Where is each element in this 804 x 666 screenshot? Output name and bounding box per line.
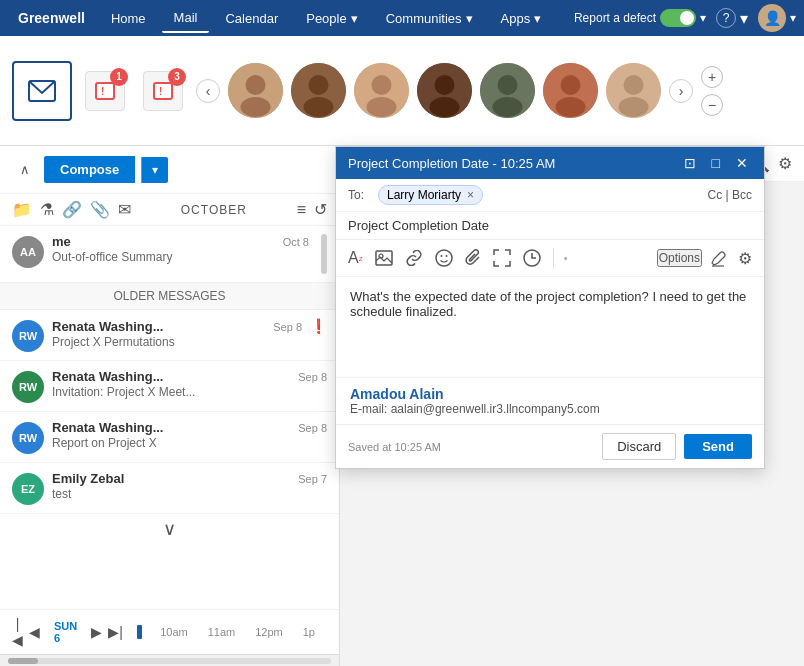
user-avatar[interactable]: 👤: [758, 4, 786, 32]
mail-subject: Project X Permutations: [52, 335, 175, 349]
link-icon[interactable]: 🔗: [62, 200, 82, 219]
person-avatar-3[interactable]: [354, 63, 409, 118]
nav-item-apps[interactable]: Apps ▾: [489, 5, 554, 32]
person-avatar-2[interactable]: [291, 63, 346, 118]
compose-restore-button[interactable]: □: [708, 155, 724, 171]
person-avatar-4[interactable]: [417, 63, 472, 118]
svg-point-13: [367, 97, 397, 117]
menu-icon[interactable]: ≡: [297, 201, 306, 219]
notification-badge-2[interactable]: ! 3: [138, 61, 188, 121]
cal-prev-button[interactable]: ◀: [29, 624, 40, 640]
notification-badge-1[interactable]: ! 1: [80, 61, 130, 121]
calendar-day-label: SUN 6: [46, 620, 85, 644]
settings-icon[interactable]: ⚙: [778, 154, 792, 173]
options-button[interactable]: Options: [657, 249, 702, 267]
badge-count-2: 3: [168, 68, 186, 86]
person-avatar-6[interactable]: [543, 63, 598, 118]
month-label: OCTOBER: [139, 203, 289, 217]
cal-last-button[interactable]: ▶|: [108, 624, 123, 640]
person-avatar-7[interactable]: [606, 63, 661, 118]
scroll-bar[interactable]: [321, 234, 327, 274]
folder-icon[interactable]: 📁: [12, 200, 32, 219]
compose-body[interactable]: What's the expected date of the project …: [336, 277, 764, 377]
svg-rect-3: [154, 83, 172, 99]
attach-file-button[interactable]: [461, 244, 485, 272]
mail-item[interactable]: AA me Oct 8 Out-of-office Summary: [0, 226, 339, 283]
mail-subject: Report on Project X: [52, 436, 157, 450]
discard-button[interactable]: Discard: [602, 433, 676, 460]
saved-status: Saved at 10:25 AM: [348, 441, 441, 453]
person-avatar-5[interactable]: [480, 63, 535, 118]
compose-header-buttons: ⊡ □ ✕: [680, 155, 752, 171]
folder-bar: 📁 ⚗ 🔗 📎 ✉ OCTOBER ≡ ↺: [0, 194, 339, 226]
mail-item[interactable]: EZ Emily Zebal Sep 7 test: [0, 463, 339, 514]
compose-settings-button[interactable]: ⚙: [734, 245, 756, 272]
compose-close-button[interactable]: ✕: [732, 155, 752, 171]
svg-point-12: [372, 75, 392, 95]
nav-item-home[interactable]: Home: [99, 5, 158, 32]
expand-button[interactable]: [489, 245, 515, 271]
people-bar: ! 1 ! 3 ‹: [0, 36, 804, 146]
compose-minimize-button[interactable]: ⊡: [680, 155, 700, 171]
signature-name: Amadou Alain: [350, 386, 750, 402]
top-navigation: Greenwell Home Mail Calendar People ▾ Co…: [0, 0, 804, 36]
help-button[interactable]: ? ▾: [710, 8, 754, 28]
refresh-icon[interactable]: ↺: [314, 200, 327, 219]
compose-body-text: What's the expected date of the project …: [350, 289, 746, 319]
nav-item-communities[interactable]: Communities ▾: [374, 5, 485, 32]
report-defect-link[interactable]: Report a defect: [574, 11, 656, 25]
recipient-name: Larry Moriarty: [387, 188, 461, 202]
mail-item[interactable]: RW Renata Washing... Sep 8 Invitation: P…: [0, 361, 339, 412]
filter-icon[interactable]: ⚗: [40, 200, 54, 219]
mail-inbox-button[interactable]: [12, 61, 72, 121]
cc-bcc-button[interactable]: Cc | Bcc: [708, 188, 752, 202]
nav-item-calendar[interactable]: Calendar: [213, 5, 290, 32]
svg-point-30: [445, 255, 447, 257]
time-10am: 10am: [160, 626, 188, 638]
compose-dropdown-button[interactable]: ▾: [141, 157, 168, 183]
compose-subject-field[interactable]: Project Completion Date: [336, 212, 764, 240]
nav-item-people[interactable]: People ▾: [294, 5, 369, 32]
mail-from: Renata Washing...: [52, 420, 163, 435]
insert-link-button[interactable]: [401, 246, 427, 270]
format-text-button[interactable]: Az: [344, 245, 367, 271]
send-button[interactable]: Send: [684, 434, 752, 459]
people-next-button[interactable]: ›: [669, 79, 693, 103]
compose-button[interactable]: Compose: [44, 156, 135, 183]
toggle-switch[interactable]: [660, 9, 696, 27]
nav-item-mail[interactable]: Mail: [162, 4, 210, 33]
svg-text:!: !: [101, 86, 104, 97]
calendar-bar: |◀ ◀ SUN 6 ▶ ▶| 10am 11am 12pm 1p: [0, 609, 339, 654]
mail-from: me: [52, 234, 71, 249]
toolbar-separator: [553, 248, 554, 268]
horizontal-scrollbar[interactable]: [0, 654, 339, 666]
avatar: RW: [12, 371, 44, 403]
attach-icon[interactable]: 📎: [90, 200, 110, 219]
svg-point-21: [561, 75, 581, 95]
recipient-remove-button[interactable]: ×: [467, 188, 474, 202]
compose-to-field: To: Larry Moriarty × Cc | Bcc: [336, 179, 764, 212]
remove-person-button[interactable]: −: [701, 94, 723, 116]
insert-image-button[interactable]: [371, 246, 397, 270]
people-prev-button[interactable]: ‹: [196, 79, 220, 103]
schedule-button[interactable]: [519, 245, 545, 271]
cal-first-button[interactable]: |◀: [12, 616, 23, 648]
signature-button[interactable]: [706, 245, 730, 271]
mail-item[interactable]: RW Renata Washing... Sep 8 ❗ Project X P…: [0, 310, 339, 361]
older-messages-label: OLDER MESSAGES: [0, 283, 339, 310]
brand-logo: Greenwell: [8, 10, 95, 26]
avatar-chevron[interactable]: ▾: [790, 11, 796, 25]
svg-point-29: [440, 255, 442, 257]
collapse-button[interactable]: ∧: [12, 157, 38, 183]
cal-next-button[interactable]: ▶: [91, 624, 102, 640]
svg-point-18: [498, 75, 518, 95]
message-type-icon[interactable]: ✉: [118, 200, 131, 219]
expand-list-button[interactable]: ∨: [0, 514, 339, 544]
insert-emoji-button[interactable]: [431, 245, 457, 271]
recipient-tag: Larry Moriarty ×: [378, 185, 483, 205]
mail-item[interactable]: RW Renata Washing... Sep 8 Report on Pro…: [0, 412, 339, 463]
add-person-button[interactable]: +: [701, 66, 723, 88]
person-avatar-1[interactable]: [228, 63, 283, 118]
toggle-chevron[interactable]: ▾: [700, 11, 706, 25]
to-label: To:: [348, 188, 372, 202]
